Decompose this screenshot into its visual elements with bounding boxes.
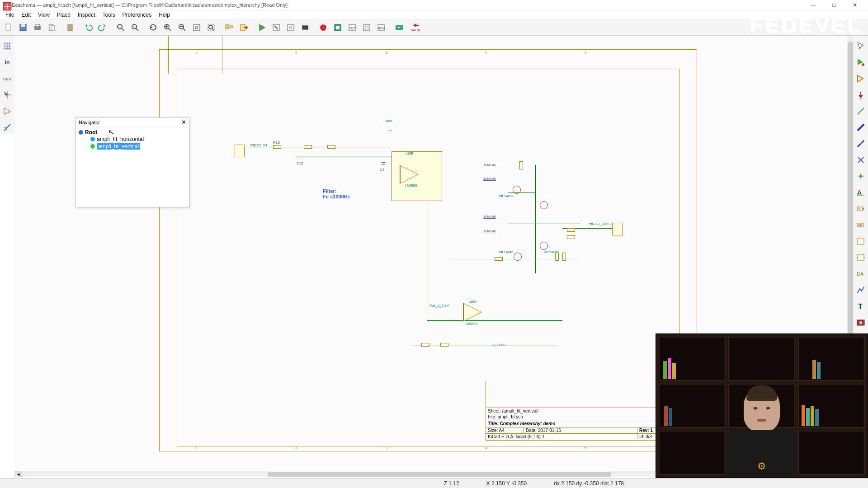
- hier-sheet-icon[interactable]: [854, 235, 868, 248]
- navigator-panel[interactable]: Navigator ✕ Root ampli_ht_horizontal amp…: [75, 117, 189, 207]
- highlight-net-icon[interactable]: [854, 56, 868, 69]
- navigator-title-text: Navigator: [79, 120, 100, 125]
- svg-point-10: [118, 24, 122, 29]
- wire: [508, 224, 580, 224]
- menu-tools[interactable]: Tools: [99, 11, 119, 19]
- cvpcb-icon[interactable]: [331, 21, 344, 34]
- menu-file[interactable]: File: [2, 11, 18, 19]
- place-wire-icon[interactable]: [854, 104, 868, 118]
- page-setup-icon[interactable]: [45, 21, 59, 34]
- mm-icon[interactable]: mm: [0, 72, 14, 85]
- opamp-u3b: [400, 165, 427, 184]
- menu-view[interactable]: View: [34, 11, 53, 19]
- ruler-b1: 1: [196, 446, 198, 450]
- d4-label: 1N4148: [483, 229, 496, 233]
- scroll-left-icon[interactable]: ◂: [14, 471, 23, 477]
- no-connect-icon[interactable]: [854, 153, 868, 167]
- paste-icon[interactable]: [63, 21, 77, 34]
- bus-direction-icon[interactable]: [0, 121, 14, 134]
- back-icon[interactable]: BACK: [407, 21, 424, 34]
- poly-line-icon[interactable]: [854, 283, 868, 297]
- run-sim-icon[interactable]: [255, 21, 269, 34]
- print-icon[interactable]: [31, 21, 44, 34]
- image-icon[interactable]: [854, 316, 868, 329]
- inch-icon[interactable]: in: [0, 56, 14, 69]
- junction-icon[interactable]: [854, 169, 868, 183]
- child-node-icon: [90, 144, 95, 149]
- grid-icon[interactable]: [0, 39, 14, 53]
- hier-label-icon[interactable]: AD: [854, 218, 868, 232]
- redo-icon[interactable]: [96, 21, 109, 34]
- new-icon[interactable]: [2, 21, 15, 34]
- place-symbol-icon[interactable]: [854, 72, 868, 85]
- menu-help[interactable]: Help: [155, 11, 174, 19]
- cursor-icon[interactable]: [854, 39, 868, 53]
- menu-inspect[interactable]: Inspect: [74, 11, 99, 19]
- place-bus-icon[interactable]: [854, 121, 868, 134]
- r9: [304, 145, 312, 149]
- navigator-titlebar[interactable]: Navigator ✕: [76, 117, 189, 127]
- menu-edit[interactable]: Edit: [18, 11, 34, 19]
- place-power-icon[interactable]: [854, 88, 868, 102]
- minimize-button[interactable]: —: [803, 2, 824, 8]
- menu-place[interactable]: Place: [53, 11, 74, 19]
- bom-icon[interactable]: [360, 21, 373, 34]
- find-icon[interactable]: [114, 21, 127, 34]
- c12: [298, 154, 302, 160]
- footprint-icon[interactable]: [298, 21, 312, 34]
- ruler-b4: 4: [485, 446, 487, 450]
- navigator-close-icon[interactable]: ✕: [181, 119, 186, 126]
- sheet-pin-da-icon[interactable]: DA: [854, 267, 868, 281]
- status-xy: X 2.150 Y -0.350: [486, 480, 527, 487]
- browse-symbol-icon[interactable]: [284, 21, 297, 34]
- u3a-ref: U3A: [469, 300, 476, 304]
- svg-text:A: A: [858, 206, 860, 211]
- volt-ref-label: Volt_0_3.3V: [429, 304, 449, 308]
- mpsa42-label: MPSA42: [499, 250, 514, 254]
- u3b-val: LM358N: [405, 184, 417, 187]
- svg-rect-8: [68, 24, 72, 31]
- undo-icon[interactable]: [81, 21, 95, 34]
- navigator-item-horizontal[interactable]: ampli_ht_horizontal: [90, 136, 186, 143]
- d2-label: 1N4148: [483, 177, 496, 181]
- hidden-pins-icon[interactable]: [0, 104, 14, 118]
- zoom-out-icon[interactable]: [175, 21, 189, 34]
- symbol-editor-icon[interactable]: [269, 21, 283, 34]
- text-icon[interactable]: T: [854, 300, 868, 313]
- zoom-refresh-icon[interactable]: [128, 21, 142, 34]
- u3b-ref: U3B: [406, 151, 414, 155]
- ruler-b5: 5: [585, 446, 586, 450]
- zoom-fit-icon[interactable]: [190, 21, 203, 34]
- c1-group: [387, 123, 393, 136]
- svg-rect-19: [226, 27, 228, 29]
- zoom-in-icon[interactable]: [161, 21, 175, 34]
- place-bus-entry-icon[interactable]: [854, 137, 868, 150]
- back-label: BACK: [410, 28, 420, 32]
- s-out-label: S_OUT+: [492, 343, 506, 347]
- menu-preferences[interactable]: Preferences: [119, 11, 156, 19]
- maximize-button[interactable]: □: [824, 2, 844, 8]
- cursor-shape-icon[interactable]: [0, 88, 14, 102]
- erc-icon[interactable]: [316, 21, 330, 34]
- global-label-icon[interactable]: A: [854, 202, 868, 216]
- import-sheet-pin-icon[interactable]: [854, 251, 868, 264]
- svg-text:A: A: [857, 189, 862, 196]
- ruler-b3: 3: [386, 446, 387, 450]
- zoom-window-icon[interactable]: [204, 21, 218, 34]
- navigator-item-vertical[interactable]: ampli_ht_vertical: [90, 143, 186, 150]
- hierarchy-nav-icon[interactable]: [222, 21, 236, 34]
- svg-rect-5: [36, 24, 39, 27]
- edit-symbol-fields-icon[interactable]: BOM: [374, 21, 388, 34]
- left-toolbar: in mm: [0, 36, 14, 134]
- pcb-update-icon[interactable]: [392, 21, 406, 34]
- net-label-icon[interactable]: A: [854, 186, 868, 199]
- navigator-root[interactable]: Root: [79, 129, 186, 136]
- wire: [427, 320, 562, 321]
- scroll-thumb[interactable]: [268, 472, 611, 477]
- zoom-redraw-icon[interactable]: [146, 21, 160, 34]
- netlist-icon[interactable]: NET: [345, 21, 359, 34]
- close-button[interactable]: ✕: [844, 2, 865, 8]
- save-icon[interactable]: [16, 21, 30, 34]
- leave-sheet-icon[interactable]: [237, 21, 250, 34]
- d1-label: 1N4148: [483, 163, 496, 167]
